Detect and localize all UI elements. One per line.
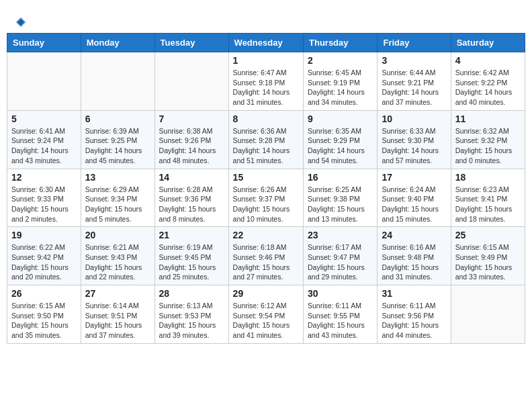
day-number: 9 <box>308 113 373 124</box>
weekday-header: Sunday <box>7 34 81 52</box>
calendar-cell: 13Sunrise: 6:29 AM Sunset: 9:34 PM Dayli… <box>81 169 154 227</box>
calendar-cell: 12Sunrise: 6:30 AM Sunset: 9:33 PM Dayli… <box>7 169 81 227</box>
day-info: Sunrise: 6:17 AM Sunset: 9:47 PM Dayligh… <box>308 242 373 282</box>
day-number: 8 <box>233 113 299 124</box>
day-number: 3 <box>382 55 446 66</box>
day-number: 30 <box>308 288 373 299</box>
day-info: Sunrise: 6:45 AM Sunset: 9:19 PM Dayligh… <box>308 68 373 107</box>
page-header <box>7 7 525 33</box>
calendar-table: SundayMondayTuesdayWednesdayThursdayFrid… <box>7 33 525 344</box>
weekday-header: Saturday <box>451 34 525 52</box>
day-info: Sunrise: 6:32 AM Sunset: 9:32 PM Dayligh… <box>455 126 521 166</box>
day-number: 24 <box>382 230 446 240</box>
day-info: Sunrise: 6:38 AM Sunset: 9:26 PM Dayligh… <box>159 126 224 166</box>
day-number: 15 <box>233 172 299 183</box>
day-number: 1 <box>233 55 299 66</box>
day-number: 29 <box>233 288 299 299</box>
day-info: Sunrise: 6:15 AM Sunset: 9:50 PM Dayligh… <box>11 301 77 340</box>
weekday-header: Thursday <box>304 34 378 52</box>
calendar-cell: 22Sunrise: 6:18 AM Sunset: 9:46 PM Dayli… <box>228 227 303 285</box>
calendar-week-row: 19Sunrise: 6:22 AM Sunset: 9:42 PM Dayli… <box>7 227 525 285</box>
calendar-cell: 16Sunrise: 6:25 AM Sunset: 9:38 PM Dayli… <box>304 169 378 227</box>
day-info: Sunrise: 6:41 AM Sunset: 9:24 PM Dayligh… <box>11 126 77 166</box>
day-info: Sunrise: 6:14 AM Sunset: 9:51 PM Dayligh… <box>85 301 150 340</box>
calendar-cell: 9Sunrise: 6:35 AM Sunset: 9:29 PM Daylig… <box>304 110 378 169</box>
calendar-cell: 20Sunrise: 6:21 AM Sunset: 9:43 PM Dayli… <box>81 227 154 285</box>
calendar-cell <box>154 52 228 111</box>
weekday-header: Friday <box>378 34 451 52</box>
logo <box>13 13 31 30</box>
day-number: 21 <box>159 230 224 240</box>
calendar-cell <box>81 52 154 111</box>
calendar-cell: 8Sunrise: 6:36 AM Sunset: 9:28 PM Daylig… <box>228 110 303 169</box>
day-number: 7 <box>159 113 224 124</box>
calendar-week-row: 12Sunrise: 6:30 AM Sunset: 9:33 PM Dayli… <box>7 169 525 227</box>
day-number: 13 <box>85 172 150 183</box>
calendar-cell: 6Sunrise: 6:39 AM Sunset: 9:25 PM Daylig… <box>81 110 154 169</box>
day-number: 23 <box>308 230 373 240</box>
weekday-header: Monday <box>81 34 154 52</box>
calendar-cell: 23Sunrise: 6:17 AM Sunset: 9:47 PM Dayli… <box>304 227 378 285</box>
calendar-cell: 2Sunrise: 6:45 AM Sunset: 9:19 PM Daylig… <box>304 52 378 111</box>
calendar-cell: 4Sunrise: 6:42 AM Sunset: 9:22 PM Daylig… <box>451 52 525 111</box>
day-number: 16 <box>308 172 373 183</box>
day-info: Sunrise: 6:11 AM Sunset: 9:55 PM Dayligh… <box>308 301 373 340</box>
day-info: Sunrise: 6:29 AM Sunset: 9:34 PM Dayligh… <box>85 185 150 224</box>
calendar-cell: 14Sunrise: 6:28 AM Sunset: 9:36 PM Dayli… <box>154 169 228 227</box>
day-number: 4 <box>455 55 521 66</box>
day-number: 26 <box>11 288 77 299</box>
day-info: Sunrise: 6:18 AM Sunset: 9:46 PM Dayligh… <box>233 242 299 282</box>
calendar-cell: 10Sunrise: 6:33 AM Sunset: 9:30 PM Dayli… <box>378 110 451 169</box>
day-number: 20 <box>85 230 150 240</box>
day-info: Sunrise: 6:44 AM Sunset: 9:21 PM Dayligh… <box>382 68 446 107</box>
calendar-cell: 19Sunrise: 6:22 AM Sunset: 9:42 PM Dayli… <box>7 227 81 285</box>
day-number: 12 <box>11 172 77 183</box>
calendar-cell: 28Sunrise: 6:13 AM Sunset: 9:53 PM Dayli… <box>154 285 228 344</box>
calendar-cell: 17Sunrise: 6:24 AM Sunset: 9:40 PM Dayli… <box>378 169 451 227</box>
day-number: 22 <box>233 230 299 240</box>
day-info: Sunrise: 6:35 AM Sunset: 9:29 PM Dayligh… <box>308 126 373 166</box>
day-info: Sunrise: 6:36 AM Sunset: 9:28 PM Dayligh… <box>233 126 299 166</box>
calendar-cell: 29Sunrise: 6:12 AM Sunset: 9:54 PM Dayli… <box>228 285 303 344</box>
day-number: 25 <box>455 230 521 240</box>
day-info: Sunrise: 6:12 AM Sunset: 9:54 PM Dayligh… <box>233 301 299 340</box>
day-info: Sunrise: 6:26 AM Sunset: 9:37 PM Dayligh… <box>233 185 299 224</box>
calendar-week-row: 1Sunrise: 6:47 AM Sunset: 9:18 PM Daylig… <box>7 52 525 111</box>
day-info: Sunrise: 6:15 AM Sunset: 9:49 PM Dayligh… <box>455 242 521 282</box>
day-info: Sunrise: 6:13 AM Sunset: 9:53 PM Dayligh… <box>159 301 224 340</box>
calendar-week-row: 5Sunrise: 6:41 AM Sunset: 9:24 PM Daylig… <box>7 110 525 169</box>
calendar-cell: 30Sunrise: 6:11 AM Sunset: 9:55 PM Dayli… <box>304 285 378 344</box>
calendar-week-row: 26Sunrise: 6:15 AM Sunset: 9:50 PM Dayli… <box>7 285 525 344</box>
day-number: 2 <box>308 55 373 66</box>
day-number: 19 <box>11 230 77 240</box>
calendar-cell: 11Sunrise: 6:32 AM Sunset: 9:32 PM Dayli… <box>451 110 525 169</box>
day-number: 11 <box>455 113 521 124</box>
day-number: 6 <box>85 113 150 124</box>
day-number: 14 <box>159 172 224 183</box>
calendar-cell: 5Sunrise: 6:41 AM Sunset: 9:24 PM Daylig… <box>7 110 81 169</box>
day-info: Sunrise: 6:24 AM Sunset: 9:40 PM Dayligh… <box>382 185 446 224</box>
day-info: Sunrise: 6:25 AM Sunset: 9:38 PM Dayligh… <box>308 185 373 224</box>
day-number: 10 <box>382 113 446 124</box>
calendar-cell: 21Sunrise: 6:19 AM Sunset: 9:45 PM Dayli… <box>154 227 228 285</box>
day-number: 17 <box>382 172 446 183</box>
day-number: 18 <box>455 172 521 183</box>
calendar-cell: 26Sunrise: 6:15 AM Sunset: 9:50 PM Dayli… <box>7 285 81 344</box>
calendar-cell: 7Sunrise: 6:38 AM Sunset: 9:26 PM Daylig… <box>154 110 228 169</box>
calendar-cell: 25Sunrise: 6:15 AM Sunset: 9:49 PM Dayli… <box>451 227 525 285</box>
day-number: 31 <box>382 288 446 299</box>
calendar-cell <box>451 285 525 344</box>
calendar-cell: 3Sunrise: 6:44 AM Sunset: 9:21 PM Daylig… <box>378 52 451 111</box>
calendar-cell: 27Sunrise: 6:14 AM Sunset: 9:51 PM Dayli… <box>81 285 154 344</box>
calendar-cell: 24Sunrise: 6:16 AM Sunset: 9:48 PM Dayli… <box>378 227 451 285</box>
calendar-cell: 1Sunrise: 6:47 AM Sunset: 9:18 PM Daylig… <box>228 52 303 111</box>
calendar-header: SundayMondayTuesdayWednesdayThursdayFrid… <box>7 34 525 52</box>
day-info: Sunrise: 6:39 AM Sunset: 9:25 PM Dayligh… <box>85 126 150 166</box>
day-info: Sunrise: 6:19 AM Sunset: 9:45 PM Dayligh… <box>159 242 224 282</box>
day-info: Sunrise: 6:22 AM Sunset: 9:42 PM Dayligh… <box>11 242 77 282</box>
day-info: Sunrise: 6:33 AM Sunset: 9:30 PM Dayligh… <box>382 126 446 166</box>
day-info: Sunrise: 6:30 AM Sunset: 9:33 PM Dayligh… <box>11 185 77 224</box>
calendar-cell: 31Sunrise: 6:11 AM Sunset: 9:56 PM Dayli… <box>378 285 451 344</box>
weekday-header: Wednesday <box>228 34 303 52</box>
weekday-header: Tuesday <box>154 34 228 52</box>
